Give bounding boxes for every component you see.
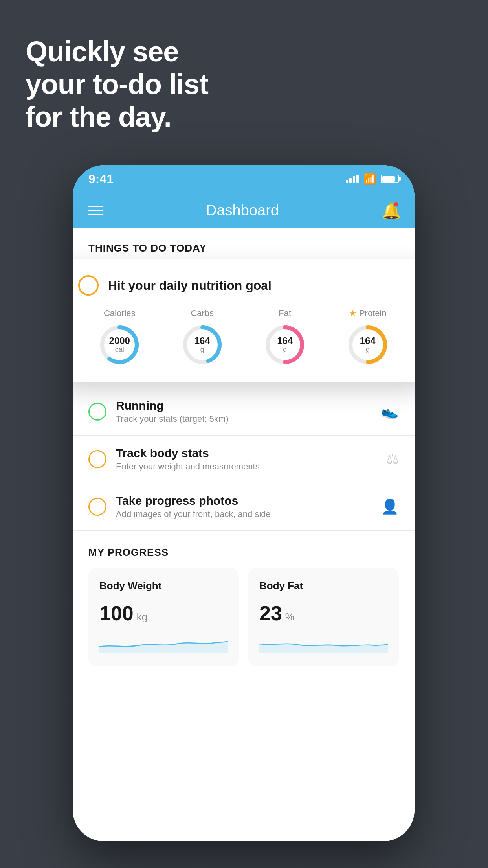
todo-text-body-stats: Track body stats Enter your weight and m… [116,447,377,472]
card-title: Hit your daily nutrition goal [108,278,272,293]
status-bar: 9:41 📶 [73,165,415,193]
nutrition-card: Hit your daily nutrition goal Calories 2… [73,259,415,382]
header-title: Dashboard [206,202,279,219]
task-circle-unchecked[interactable] [78,275,99,296]
progress-section: MY PROGRESS Body Weight 100 kg B [73,531,415,666]
todo-title-body-stats: Track body stats [116,447,377,460]
body-weight-label: Body Weight [99,580,228,592]
todo-circle-body-stats [88,450,106,468]
todo-item-running[interactable]: Running Track your stats (target: 5km) 👟 [73,388,415,436]
person-icon: 👤 [381,498,399,515]
notification-bell[interactable]: 🔔 [382,202,399,219]
wifi-icon: 📶 [363,173,376,185]
body-fat-chart [259,633,388,653]
todo-title-photos: Take progress photos [116,494,372,508]
hero-text: Quickly see your to-do list for the day. [26,35,208,133]
todo-text-running: Running Track your stats (target: 5km) [116,399,372,424]
todo-item-photos[interactable]: Take progress photos Add images of your … [73,483,415,531]
todo-list: Running Track your stats (target: 5km) 👟… [73,388,415,531]
body-fat-unit: % [285,611,294,623]
app-content: THINGS TO DO TODAY Hit your daily nutrit… [73,228,415,841]
star-icon: ★ [349,308,357,318]
progress-cards: Body Weight 100 kg Body Fat 23 % [88,568,399,666]
running-icon: 👟 [381,403,399,420]
scale-icon: ⚖ [386,451,399,467]
protein-donut: 164 g [346,323,389,366]
todo-item-body-stats[interactable]: Track body stats Enter your weight and m… [73,436,415,483]
battery-icon [381,175,399,183]
carbs-donut: 164 g [181,323,224,366]
todo-circle-running [88,403,106,421]
body-weight-unit: kg [137,611,147,623]
body-weight-value-row: 100 kg [99,601,228,625]
todo-subtitle-photos: Add images of your front, back, and side [116,509,372,519]
nutrition-fat: Fat 164 g [263,308,306,366]
carbs-label: Carbs [191,308,214,318]
fat-label: Fat [279,308,291,318]
todo-text-photos: Take progress photos Add images of your … [116,494,372,519]
signal-icon [346,175,359,183]
todo-subtitle-running: Track your stats (target: 5km) [116,414,372,424]
card-header: Hit your daily nutrition goal [78,275,409,296]
body-fat-card[interactable]: Body Fat 23 % [248,568,399,666]
things-section-title: THINGS TO DO TODAY [73,228,415,262]
app-header: Dashboard 🔔 [73,193,415,228]
body-weight-chart [99,633,228,653]
nutrition-circles: Calories 2000 cal Carbs [78,308,409,366]
phone-mockup: 9:41 📶 Dashboard 🔔 THINGS [73,165,415,841]
body-fat-value-row: 23 % [259,601,388,625]
status-time: 9:41 [88,172,114,186]
notification-dot [393,202,399,207]
todo-subtitle-body-stats: Enter your weight and measurements [116,462,377,472]
todo-circle-photos [88,498,106,516]
nutrition-protein: ★ Protein 164 g [346,308,389,366]
body-fat-label: Body Fat [259,580,388,592]
body-weight-value: 100 [99,601,134,625]
nutrition-carbs: Carbs 164 g [181,308,224,366]
calories-label: Calories [104,308,136,318]
hamburger-menu[interactable] [88,206,103,215]
status-icons: 📶 [346,173,399,185]
nutrition-calories: Calories 2000 cal [98,308,141,366]
protein-label: ★ Protein [349,308,387,318]
calories-donut: 2000 cal [98,323,141,366]
todo-title-running: Running [116,399,372,412]
progress-section-title: MY PROGRESS [88,546,399,559]
body-fat-value: 23 [259,601,282,625]
body-weight-card[interactable]: Body Weight 100 kg [88,568,239,666]
fat-donut: 164 g [263,323,306,366]
